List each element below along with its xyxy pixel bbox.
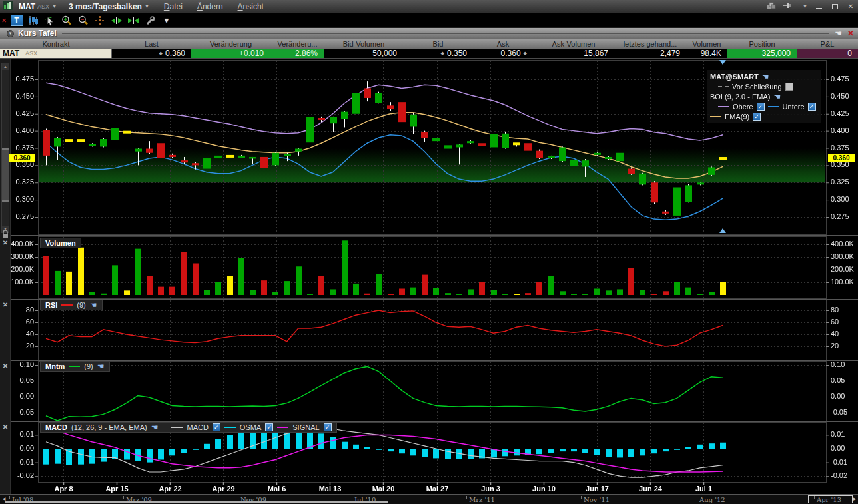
lower-band-sample [768,106,779,107]
col-bid[interactable]: Bid [403,39,473,49]
mntm-pane-label: Mntm (9) ☚ [40,361,110,372]
macd-hand-icon[interactable]: ☚ [151,424,159,431]
remove-tool-icon[interactable]: ✕ [1,15,7,27]
cascade-windows-icon[interactable] [767,1,776,11]
change-pct-cell: 2.86% [270,49,324,58]
ema-sample [710,116,721,117]
col-ask-volumen[interactable]: Ask-Volumen [533,39,614,49]
volume-pane-label: Volumen [40,238,81,248]
pin-dropdown-icon[interactable]: ▼ [803,4,807,9]
app-chart-icon [3,1,13,12]
col-ask[interactable]: Ask [473,39,533,49]
close-rsi-pane-icon[interactable]: ✕ [1,300,9,308]
timeframe-selector[interactable]: 3 mos/Tagesbalken [69,2,142,11]
upper-band-label: Obere [733,103,753,111]
pin-icon[interactable] [783,1,793,11]
volume-cell: 98.4K [686,49,727,58]
timeframe-dropdown-icon[interactable]: ▼ [145,4,149,9]
menu-datei[interactable]: Datei [164,2,183,11]
col-veraenderung-pct[interactable]: Veränderu... [270,39,324,49]
price-axis-scrollbar[interactable]: ▲ ▼ [1,63,9,233]
upper-band-checkbox[interactable]: ✓ [757,103,765,111]
legend-symbol: MAT@SMART [710,73,759,81]
signal-checkbox[interactable]: ✓ [324,423,332,431]
legend-hand-icon[interactable]: ☚ [762,73,769,80]
close-volume-pane-icon[interactable]: ✕ [1,238,9,246]
menu-ansicht[interactable]: Ansicht [238,2,264,11]
restore-button[interactable] [830,3,839,11]
menu-aendern[interactable]: Ändern [197,2,223,11]
close-mntm-pane-icon[interactable]: ✕ [1,362,9,370]
drag-hand-icon[interactable]: ☚ [835,29,842,38]
lower-band-checkbox[interactable]: ✓ [808,103,816,111]
timeline-date: Aug '12 [697,496,725,503]
expand-width-icon[interactable] [109,15,124,27]
position-cell: 325,000 [727,49,797,58]
pointer-tool-icon[interactable] [43,15,57,27]
bollinger-label: BOL(9, 2.0 - EMA) [710,93,770,101]
crosshair-icon[interactable] [93,15,107,27]
pre-close-checkbox[interactable] [785,83,793,91]
rsi-hand-icon[interactable]: ☚ [90,302,97,308]
zoom-in-icon[interactable] [59,15,74,27]
close-panel-icon[interactable]: ✕ [847,29,854,38]
minimize-button[interactable] [814,3,823,11]
macd-line-sample [171,427,183,428]
macd-pane-label: MACD (12, 26, 9 - EMA, EMA) ☚ MACD ✓ OSM… [40,422,337,433]
timeline-date: Mrz '11 [466,496,495,503]
quote-table-header: Kontrakt Last Veränderung Veränderu... B… [0,39,858,49]
col-bid-volumen[interactable]: Bid-Volumen [324,39,403,49]
ask-volume-cell: 15,867 [533,49,614,58]
col-veraenderung[interactable]: Veränderung [191,39,270,49]
col-kontrakt[interactable]: Kontrakt [0,39,112,49]
close-button[interactable]: ✕ [846,3,855,11]
exchange-label: ASX [37,3,49,10]
upper-band-sample [718,106,729,107]
lower-band-label: Untere [783,103,805,111]
macd-checkbox[interactable]: ✓ [213,423,220,431]
osma-checkbox[interactable]: ✓ [265,423,273,431]
symbol-label: MAT [19,2,35,11]
col-pnl[interactable]: P&L [797,39,858,49]
bollinger-hand-icon[interactable]: ☚ [773,93,781,100]
settings-wrench-icon[interactable] [143,15,157,27]
compress-width-icon[interactable] [126,15,141,27]
bid-volume-cell: 50,000 [324,49,403,58]
text-tool-button[interactable]: T [11,15,23,26]
window-titlebar: MAT ASX ▼ 3 mos/Tagesbalken ▼ Datei Ände… [0,0,858,13]
scrollbar-thumb[interactable] [2,148,9,202]
contract-cell: MAT ASX [0,49,112,58]
last-price-tag-right: 0.360 [828,154,855,162]
quote-table-row[interactable]: MAT ASX ◆0.360 +0.010 2.86% 50,000 ◆0.35… [0,49,858,59]
pre-close-label: Vor Schließung [732,83,782,91]
chart-toolbar: ✕ T ▼ [0,13,858,28]
panel-title: Kurs Tafel [18,29,57,38]
zoom-out-icon[interactable] [76,15,91,27]
rsi-line-sample [61,304,73,306]
bid-diamond-icon: ◆ [441,51,444,56]
pnl-cell: 0 [797,49,858,58]
scroll-up-icon[interactable]: ▲ [2,63,9,70]
timeline-right-arrow-icon[interactable]: ► [852,496,857,502]
col-volumen[interactable]: Volumen [686,39,727,49]
mntm-hand-icon[interactable]: ☚ [97,363,105,370]
left-gutter: ▲ ▼ ✕ ✕ ✕ ✕ [0,59,11,494]
pre-close-line-sample [718,86,729,87]
col-last[interactable]: Last [112,39,191,49]
symbol-dropdown-icon[interactable]: ▼ [52,4,57,9]
chart-legend: MAT@SMART ☚ Vor Schließung BOL(9, 2.0 - … [707,70,821,123]
last-cell: ◆0.360 [112,49,191,58]
col-position[interactable]: Position [727,39,797,49]
bottom-edge-strip [5,501,388,503]
ema-checkbox[interactable]: ✓ [753,113,761,121]
osma-line-sample [224,427,236,428]
chart-style-icon[interactable] [26,15,41,27]
timeline-thumb[interactable] [808,495,853,503]
change-cell: +0.010 [191,49,270,58]
tools-dropdown-icon[interactable]: ▼ [159,15,174,27]
collapse-panel-icon[interactable]: ▼ [7,30,14,37]
signal-line-sample [277,427,288,428]
col-letztes-gehandelt[interactable]: letztes gehand... [614,39,686,49]
close-macd-pane-icon[interactable]: ✕ [1,423,9,431]
ask-cell: 0.360◆ [473,49,533,58]
